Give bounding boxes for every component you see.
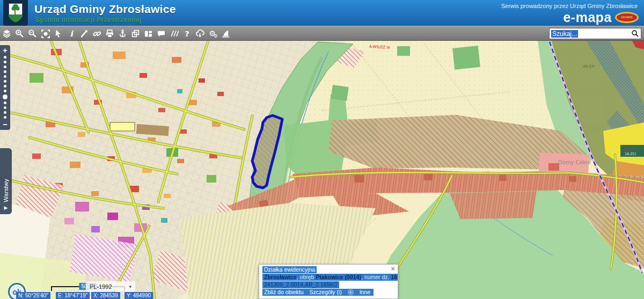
tool-measure-button[interactable] [170, 27, 179, 39]
search-input[interactable]: Szukaj... [549, 28, 641, 39]
details-link[interactable]: Szczegóły (i) [310, 289, 342, 296]
tool-anchor-button[interactable] [118, 27, 127, 39]
tool-info-button[interactable]: i [67, 27, 76, 39]
parcel-info-popup: × Działka ewidencyjna Zbrosławice, obręb… [259, 264, 398, 299]
tool-zoom-extent-button[interactable] [41, 27, 50, 39]
popup-actions: Zbliż do obiektu Szczegóły (i) + Inne [262, 289, 374, 296]
tool-draw-button[interactable] [79, 27, 89, 39]
tool-layers-button[interactable] [2, 27, 11, 39]
pointer-icon [54, 29, 63, 38]
emapa-logo[interactable]: e-mapa GEOBID [563, 11, 639, 24]
tool-link-button[interactable] [92, 27, 101, 39]
other-link[interactable]: Inne [360, 289, 370, 296]
close-icon[interactable]: × [391, 265, 395, 273]
zoom-level-dot[interactable] [4, 75, 6, 78]
tool-windows-button[interactable] [131, 27, 140, 39]
service-note: Serwis prowadzony przez Urząd Gminy Zbro… [501, 3, 638, 9]
layers-tab-label: Warstwy [3, 179, 9, 202]
frames-icon [131, 29, 140, 38]
zoom-out-icon [28, 29, 37, 38]
header-bar: Urząd Gminy Zbrosławice System Informacj… [0, 0, 644, 26]
tool-pointer-button[interactable] [54, 27, 63, 39]
zoom-level-dot[interactable] [4, 65, 6, 68]
zoom-slider: + − [0, 45, 10, 130]
anchor-icon [118, 29, 127, 38]
zoom-level-dot[interactable] [4, 70, 6, 73]
svg-text:?: ? [185, 29, 189, 38]
zoom-level-dot[interactable] [4, 106, 6, 109]
panels-icon [144, 29, 153, 38]
zoom-to-object-link[interactable]: Zbliż do obiektu [264, 289, 304, 296]
zoom-in-button[interactable]: + [3, 47, 8, 54]
chevron-right-icon: ▶ [4, 206, 8, 210]
zoom-out-button[interactable]: − [3, 121, 8, 128]
map-label: 4R-ZPI [583, 64, 595, 69]
app-window: A-WS/ZZ III Domy Celne 4R-ZPI 49-UPI 16-… [0, 0, 644, 299]
tool-zoom-out-button[interactable] [28, 27, 37, 39]
tool-settings-button[interactable]: ⚙ ⚙ [208, 27, 217, 39]
municipality-crest [3, 0, 28, 26]
pen-icon [79, 29, 89, 38]
map-label: 16-ZCI [625, 152, 636, 156]
zoom-level-dot[interactable] [4, 90, 6, 92]
sail-icon [221, 29, 230, 38]
page-subtitle: System Informacji Przestrzennej [35, 16, 142, 24]
tool-callout-button[interactable] [157, 27, 166, 39]
coordinate-e: E: 18°47'19″ [56, 292, 90, 299]
layers-panel-tab[interactable]: Warstwy ▶ [0, 148, 12, 214]
tool-cloud-download-button[interactable] [195, 27, 204, 39]
zoom-level-dot[interactable] [4, 85, 6, 87]
popup-location-line: Zbrosławice, obręb Ptakowice (0014), num… [262, 274, 398, 281]
plus-icon[interactable]: + [348, 289, 354, 295]
info-icon: i [67, 29, 76, 38]
layers-icon [2, 29, 11, 38]
zoom-level-dot[interactable] [4, 61, 6, 63]
help-icon: ? [182, 29, 192, 38]
emapa-wordmark: e-mapa [563, 10, 612, 25]
coordinate-n: N: 50°25'40″ [16, 292, 50, 299]
tool-zoom-in-button[interactable] [15, 27, 24, 39]
callout-icon [157, 29, 166, 38]
tool-sail-button[interactable] [221, 27, 230, 39]
map-toolbar: i [0, 26, 644, 41]
popup-title: Działka ewidencyjna [262, 266, 317, 273]
search-value: Szukaj... [551, 30, 578, 38]
gears-icon: ⚙ ⚙ [208, 29, 217, 38]
link-icon [92, 29, 101, 38]
zoom-level-dot[interactable] [4, 101, 6, 104]
coordinate-x: X: 284539 [91, 292, 120, 299]
coordinate-y: Y: 484990 [125, 292, 153, 299]
parcel-id: 241309_2.0014.AR_2.1656/2 [262, 281, 339, 288]
zoom-in-icon [15, 29, 24, 38]
crest-shield-icon [8, 2, 24, 24]
zoom-level-current-dot[interactable] [3, 94, 8, 99]
map-svg: A-WS/ZZ III Domy Celne 4R-ZPI 49-UPI 16-… [0, 41, 644, 299]
tool-help-button[interactable]: ? [182, 27, 192, 39]
cloud-download-icon [195, 29, 204, 38]
page-title: Urząd Gminy Zbrosławice [34, 3, 176, 16]
print-icon [105, 29, 114, 38]
zoom-level-dot[interactable] [4, 116, 6, 119]
map-label: 49-UPI [624, 147, 635, 151]
map-label: Domy Celne [558, 159, 591, 165]
chevron-down-icon: ▾ [129, 284, 131, 289]
geobid-badge: GEOBID [615, 12, 639, 23]
zoom-extent-icon [41, 29, 50, 38]
zoom-level-dot[interactable] [4, 80, 6, 83]
crs-select[interactable]: PL-1992 ▾ [86, 281, 135, 291]
svg-text:⚙: ⚙ [214, 33, 217, 38]
zoom-level-dot[interactable] [4, 56, 6, 59]
svg-text:i: i [70, 29, 74, 38]
tool-print-button[interactable] [105, 27, 114, 39]
slashes-icon [170, 29, 179, 38]
zoom-level-dot[interactable] [4, 111, 6, 114]
search-icon[interactable] [631, 30, 639, 40]
map-canvas[interactable]: A-WS/ZZ III Domy Celne 4R-ZPI 49-UPI 16-… [0, 41, 644, 299]
tool-panels-button[interactable] [144, 27, 153, 39]
